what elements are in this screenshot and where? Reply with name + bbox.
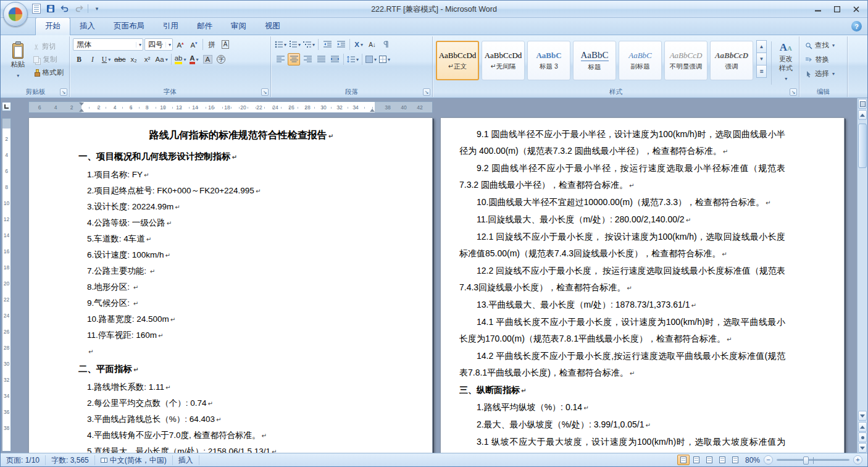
paragraph[interactable]: 9.气候分区: (78, 295, 404, 311)
document-page-1[interactable]: 路线几何指标的标准规范符合性检查报告一、项目概况和几何线形设计控制指标1.项目名… (28, 117, 433, 453)
text-highlight-button[interactable]: ab (174, 53, 187, 65)
paragraph-dialog-launcher[interactable] (423, 88, 430, 96)
zoom-out-button[interactable] (764, 455, 773, 465)
maximize-button[interactable] (828, 3, 845, 15)
paragraph[interactable]: 一、项目概况和几何线形设计控制指标 (78, 147, 404, 167)
paragraph[interactable]: 13.平曲线最大、最小长度（m/处）: 1878.73/1,373.61/1 (459, 297, 785, 314)
justify-button[interactable] (315, 53, 327, 65)
strikethrough-button[interactable]: abc (114, 53, 127, 65)
paragraph[interactable]: 1.项目名称: FY (78, 167, 404, 183)
scrollbar-thumb[interactable] (858, 124, 867, 168)
paragraph[interactable]: 5.直线最大、最小长度（m/处）: 2158.06/1,5.13/1 (78, 444, 404, 453)
paragraph[interactable]: 2.每公里平均交点数（个）: 0.74 (78, 395, 404, 411)
find-button[interactable]: 查找 (803, 39, 844, 52)
paragraph[interactable]: 三、纵断面指标 (459, 382, 785, 399)
scroll-down-button[interactable] (858, 411, 867, 421)
ribbon-tab[interactable]: 邮件 (188, 18, 222, 35)
vertical-scrollbar[interactable] (857, 98, 867, 453)
font-dialog-launcher[interactable] (261, 88, 269, 96)
format-painter-button[interactable]: 格式刷 (31, 66, 67, 79)
paragraph[interactable]: 路线几何指标的标准规范符合性检查报告 (78, 126, 404, 146)
zoom-in-button[interactable] (853, 455, 862, 465)
view-print-layout-button[interactable] (677, 455, 690, 465)
paragraph[interactable]: 3.1 纵坡不应大于最大坡度，设计速度为100(km/h)时，选取最大坡度标准值… (459, 434, 785, 453)
font-size-combo[interactable]: 四号 (144, 38, 173, 51)
view-fullscreen-reading-button[interactable] (690, 455, 703, 465)
show-hide-marks-button[interactable] (380, 38, 392, 51)
multilevel-list-button[interactable] (303, 38, 315, 51)
hanging-indent-marker[interactable] (79, 109, 84, 112)
paragraph[interactable]: 14.2 平曲线长度不应小于最小长度,按运行速度选取平曲线最小长度标准值(规范表… (459, 348, 785, 382)
replace-button[interactable]: 替换 (803, 53, 844, 66)
paragraph[interactable]: 10.路基宽度: 24.500m (78, 311, 404, 327)
align-right-button[interactable] (301, 53, 314, 65)
bullets-button[interactable] (274, 38, 287, 51)
ribbon-tab[interactable]: 视图 (256, 18, 290, 35)
paragraph[interactable]: 二、平面指标 (78, 360, 404, 379)
ribbon-tab[interactable]: 插入 (70, 18, 104, 35)
character-border-button[interactable]: A (219, 38, 232, 51)
underline-button[interactable]: U (100, 53, 112, 65)
help-icon[interactable] (851, 21, 862, 32)
paragraph[interactable]: 6.设计速度: 100km/h (78, 247, 404, 263)
ribbon-tab[interactable]: 引用 (154, 18, 188, 35)
previous-page-button[interactable] (858, 422, 867, 432)
numbering-button[interactable] (288, 38, 301, 51)
style-chip[interactable]: AaBbCcD 强调 (710, 41, 753, 80)
toggle-ruler-button[interactable] (858, 99, 867, 109)
undo-button[interactable] (59, 2, 71, 15)
minimize-button[interactable] (809, 3, 826, 15)
cut-button[interactable]: ✂ 剪切 (31, 40, 67, 53)
line-spacing-button[interactable] (346, 53, 359, 65)
sort-button[interactable]: A↓ (366, 38, 378, 51)
paragraph[interactable]: 5.车道数: 4车道 (78, 231, 404, 247)
zoom-slider-thumb[interactable] (803, 456, 809, 465)
paragraph[interactable]: 3.设计长度: 20224.99m (78, 199, 404, 215)
font-color-button[interactable]: A (188, 53, 200, 65)
ribbon-tab[interactable]: 开始 (35, 17, 70, 35)
ribbon-tab[interactable]: 页面布局 (104, 18, 154, 35)
distribute-button[interactable] (328, 53, 341, 65)
style-chip[interactable]: AaBbC 副标题 (619, 41, 662, 80)
asian-layout-button[interactable]: X (353, 38, 365, 51)
align-center-button[interactable] (288, 53, 300, 65)
paragraph[interactable]: 2.项目起终点桩号: FK0+000～FK20+224.995 (78, 183, 404, 199)
paste-button[interactable]: 粘贴 (5, 38, 31, 87)
first-line-indent-marker[interactable] (79, 103, 84, 106)
scroll-up-button[interactable] (858, 110, 867, 120)
paragraph[interactable] (78, 343, 404, 360)
gallery-more-button[interactable]: ≣ (756, 65, 767, 78)
paragraph[interactable]: 10.圆曲线最大半径不宜超过10000.00(m)（规范7.3.3），检查都符合… (459, 194, 785, 211)
style-chip[interactable]: AaBbCcDd ↵正文 (436, 41, 479, 80)
paragraph[interactable]: 1.路线平均纵坡（%）: 0.14 (459, 399, 785, 416)
select-button[interactable]: 选择 (803, 67, 844, 80)
view-outline-button[interactable] (716, 455, 728, 465)
phonetic-guide-button[interactable]: 拼 (206, 38, 218, 51)
superscript-button[interactable]: x² (141, 53, 154, 65)
paragraph[interactable]: 14.1 平曲线长度不应小于最小长度，设计速度为100(km/h)时，选取平曲线… (459, 314, 785, 348)
page-indicator[interactable]: 页面: 1/10 (1, 455, 46, 465)
style-chip[interactable]: AaBbCcDd ↵无间隔 (482, 41, 525, 80)
gallery-up-button[interactable]: ▲ (756, 40, 767, 53)
subscript-button[interactable]: x₂ (128, 53, 140, 65)
zoom-level[interactable]: 80% (745, 456, 760, 465)
character-shading-button[interactable]: A (201, 53, 214, 65)
tab-stop-selector[interactable] (2, 102, 11, 111)
zoom-slider[interactable] (777, 459, 849, 461)
paragraph[interactable]: 11.回旋线最大、最小长度（m/处）: 280.00/2,140.00/2 (459, 211, 785, 229)
shading-button[interactable] (365, 53, 377, 65)
borders-button[interactable] (378, 53, 391, 65)
view-draft-button[interactable] (729, 455, 741, 465)
paragraph[interactable]: 12.1 回旋线不应小于最小长度， 按设计速度为100(km/h)，选取回旋线最… (459, 229, 785, 263)
italic-button[interactable]: I (86, 53, 99, 65)
styles-dialog-launcher[interactable] (790, 88, 797, 96)
grow-font-button[interactable]: A (174, 38, 186, 51)
select-browse-object-button[interactable] (858, 432, 867, 442)
paragraph[interactable]: 4.公路等级: 一级公路 (78, 215, 404, 231)
decrease-indent-button[interactable] (321, 38, 333, 51)
font-name-combo[interactable]: 黑体 (73, 38, 143, 51)
paragraph[interactable]: 2.最大、最小纵坡度（%/处）: 3.99/1,0.05/1 (459, 416, 785, 434)
paragraph[interactable]: 3.平曲线占路线总长（%）: 64.403 (78, 411, 404, 427)
gallery-down-button[interactable]: ▼ (756, 53, 767, 65)
paragraph[interactable]: 12.2 回旋线不应小于最小长度， 按运行速度选取回旋线最小长度标准值（规范表7… (459, 263, 785, 297)
